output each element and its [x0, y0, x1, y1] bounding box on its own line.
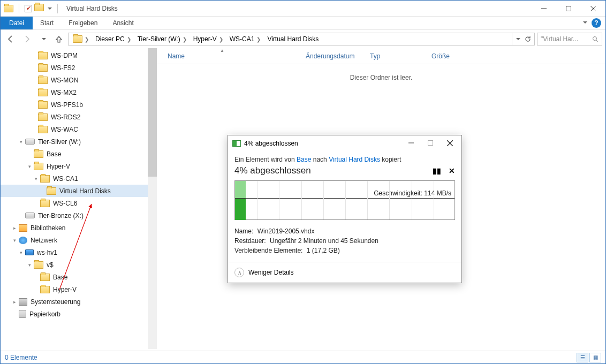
destination-link[interactable]: Virtual Hard Disks — [329, 156, 380, 163]
tree-item[interactable]: ▾Netzwerk — [1, 234, 157, 246]
address-bar[interactable]: ❯ Dieser PC ❯ Tier-Silver (W:) ❯ Hyper-V… — [68, 33, 535, 46]
tree-item[interactable]: ▸Systemsteuerung — [1, 295, 157, 308]
ribbon-tab-share[interactable]: Freigeben — [61, 17, 105, 29]
qat-properties-icon[interactable]: ✔ — [25, 5, 32, 12]
navigation-tree[interactable]: WS-DPMWS-FS2WS-MONWS-MX2WS-PFS1bWS-RDS2W… — [1, 48, 157, 349]
ribbon-tab-view[interactable]: Ansicht — [105, 17, 141, 29]
up-button[interactable] — [52, 32, 66, 46]
pause-button[interactable]: ▮▮ — [433, 166, 441, 175]
breadcrumb-seg[interactable]: Hyper-V — [193, 35, 217, 43]
minimize-button[interactable] — [532, 1, 556, 16]
maximize-button[interactable] — [556, 1, 581, 16]
expand-icon[interactable]: ▾ — [18, 139, 24, 145]
forward-button[interactable] — [20, 32, 34, 46]
folder-icon — [38, 64, 48, 72]
dialog-maximize-button[interactable] — [421, 136, 440, 149]
tree-item-label: WS-FS2 — [51, 64, 75, 72]
column-headers[interactable]: Name▲ Änderungsdatum Typ Größe — [157, 48, 605, 64]
tree-item-label: ws-hv1 — [37, 249, 57, 256]
tree-item[interactable]: WS-MON — [1, 74, 157, 86]
dialog-title-bar[interactable]: 4% abgeschlossen — [228, 135, 461, 151]
search-placeholder: "Virtual Har... — [541, 35, 578, 43]
tree-item[interactable]: ▾Tier-Silver (W:) — [1, 135, 157, 148]
expand-icon[interactable]: ▾ — [11, 237, 18, 244]
tree-item[interactable]: Base — [1, 148, 157, 160]
tree-item[interactable]: ▾WS-CA1 — [1, 172, 157, 185]
tree-item[interactable]: WS-CL6 — [1, 197, 157, 209]
icons-view-button[interactable]: ▦ — [589, 353, 601, 362]
breadcrumb-seg[interactable]: Virtual Hard Disks — [267, 35, 319, 43]
graph-midline — [235, 198, 454, 199]
tree-scrollbar-thumb[interactable] — [148, 48, 157, 177]
expand-icon[interactable]: ▾ — [26, 163, 33, 170]
dialog-details: Name: Win2019-2005.vhdx Restdauer: Ungef… — [234, 226, 455, 255]
help-button[interactable]: ? — [592, 18, 601, 28]
ribbon-tab-start[interactable]: Start — [33, 17, 61, 29]
tree-item[interactable]: WS-WAC — [1, 123, 157, 135]
tree-item-label: WS-WAC — [51, 126, 78, 133]
tree-item[interactable]: ▾ws-hv1 — [1, 246, 157, 259]
chevron-up-icon[interactable]: ∧ — [234, 268, 244, 277]
expand-icon[interactable]: ▾ — [33, 176, 39, 182]
tree-item[interactable]: WS-FS2 — [1, 62, 157, 74]
tree-item[interactable]: WS-RDS2 — [1, 111, 157, 123]
fewer-details-button[interactable]: Weniger Details — [248, 269, 293, 276]
recent-button[interactable] — [36, 32, 50, 46]
expand-icon[interactable]: ▸ — [11, 225, 18, 231]
expand-icon[interactable]: ▾ — [18, 249, 24, 256]
folder-icon — [40, 286, 50, 293]
cancel-button[interactable]: ✕ — [449, 166, 455, 175]
close-button[interactable] — [581, 1, 605, 16]
tree-item[interactable]: Base — [1, 271, 157, 283]
dialog-close-button[interactable] — [440, 136, 459, 149]
tree-item[interactable]: ▾v$ — [1, 259, 157, 271]
source-link[interactable]: Base — [297, 156, 311, 163]
trash-icon — [19, 310, 26, 318]
dialog-footer[interactable]: ∧ Weniger Details — [228, 262, 461, 283]
tree-item[interactable]: WS-DPM — [1, 49, 157, 62]
tree-item-label: Papierkorb — [29, 310, 60, 318]
addr-history-icon[interactable] — [516, 38, 520, 40]
back-button[interactable] — [4, 32, 18, 46]
column-modified[interactable]: Änderungsdatum — [306, 52, 370, 60]
tree-item[interactable]: Hyper-V — [1, 283, 157, 295]
ribbon-file-tab[interactable]: Datei — [1, 17, 33, 29]
tree-item-label: Hyper-V — [47, 163, 70, 170]
breadcrumb-seg[interactable]: Tier-Silver (W:) — [138, 35, 180, 43]
refresh-icon[interactable] — [525, 36, 531, 42]
addr-folder-icon — [73, 35, 82, 43]
search-icon — [592, 36, 599, 42]
tree-item[interactable]: Papierkorb — [1, 308, 157, 320]
window-icon — [4, 5, 13, 12]
tree-item[interactable]: ▸Bibliotheken — [1, 222, 157, 234]
svg-rect-8 — [428, 141, 433, 146]
tree-item[interactable]: WS-MX2 — [1, 86, 157, 98]
qat-new-folder-icon[interactable] — [34, 4, 44, 13]
qat-customize-icon[interactable] — [48, 7, 52, 10]
tree-item-label: WS-CL6 — [53, 200, 77, 207]
spacer — [33, 200, 39, 207]
column-type[interactable]: Typ — [370, 52, 431, 60]
tree-item[interactable]: WS-PFS1b — [1, 98, 157, 111]
folder-icon — [38, 126, 48, 133]
tree-item[interactable]: ▾Hyper-V — [1, 160, 157, 172]
expand-icon[interactable]: ▸ — [11, 299, 18, 305]
tree-item-label: WS-CA1 — [53, 175, 78, 183]
spacer — [18, 213, 24, 219]
tree-item[interactable]: Tier-Bronze (X:) — [1, 209, 157, 222]
separator — [57, 4, 58, 13]
dialog-title: 4% abgeschlossen — [244, 140, 298, 147]
status-bar: 0 Elemente ☰ ▦ — [1, 351, 605, 363]
tree-item[interactable]: Virtual Hard Disks — [1, 185, 157, 197]
expand-icon[interactable]: ▾ — [26, 262, 33, 268]
breadcrumb-seg[interactable]: Dieser PC — [95, 35, 125, 43]
details-view-button[interactable]: ☰ — [577, 353, 588, 362]
address-row: ❯ Dieser PC ❯ Tier-Silver (W:) ❯ Hyper-V… — [1, 30, 605, 48]
breadcrumb-seg[interactable]: WS-CA1 — [230, 35, 255, 43]
ribbon-collapse-icon[interactable] — [583, 21, 587, 24]
dialog-minimize-button[interactable] — [402, 136, 421, 149]
column-name[interactable]: Name — [168, 52, 185, 60]
column-size[interactable]: Größe — [431, 52, 466, 60]
search-input[interactable]: "Virtual Har... — [537, 33, 602, 46]
tree-item-label: Systemsteuerung — [31, 298, 80, 306]
